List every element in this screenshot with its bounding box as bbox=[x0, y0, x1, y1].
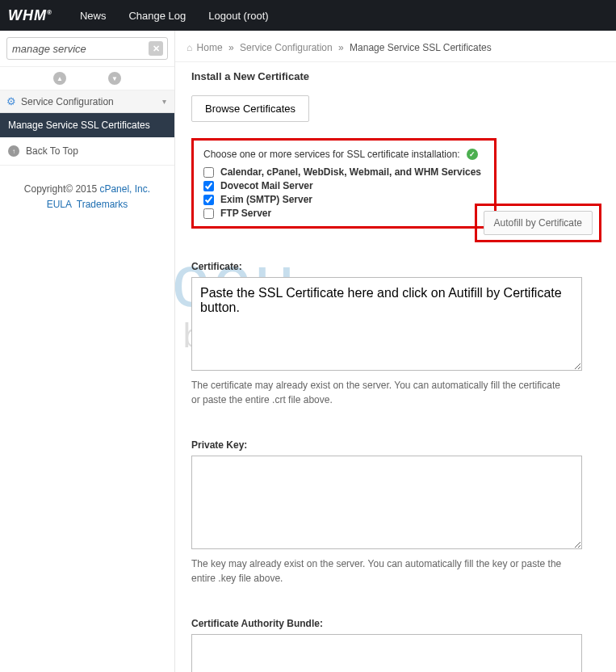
nav-changelog-link[interactable]: Change Log bbox=[128, 10, 186, 22]
search-clear-icon[interactable]: ✕ bbox=[149, 41, 163, 56]
back-to-top-link[interactable]: ↑ Back To Top bbox=[0, 137, 174, 166]
service-row-ftp: FTP Server bbox=[203, 208, 484, 219]
ca-bundle-textarea[interactable] bbox=[191, 634, 582, 672]
nav-logout-link[interactable]: Logout (root) bbox=[208, 10, 268, 22]
whm-logo: WHM® bbox=[8, 7, 52, 24]
nav-news-link[interactable]: News bbox=[80, 10, 107, 22]
arrow-up-icon: ↑ bbox=[8, 145, 19, 157]
browse-certificates-button[interactable]: Browse Certificates bbox=[191, 95, 309, 122]
search-input[interactable] bbox=[6, 37, 168, 60]
collapse-down-icon[interactable]: ▼ bbox=[108, 72, 121, 85]
certificate-label: Certificate: bbox=[191, 261, 600, 272]
ca-bundle-label: Certificate Authority Bundle: bbox=[191, 618, 600, 629]
breadcrumb-home[interactable]: Home bbox=[197, 42, 223, 53]
service-row-exim: Exim (SMTP) Server bbox=[203, 194, 484, 205]
breadcrumb: ⌂ Home » Service Configuration » Manage … bbox=[175, 31, 616, 62]
check-circle-icon: ✓ bbox=[467, 149, 478, 160]
service-label: Exim (SMTP) Server bbox=[220, 194, 312, 205]
service-row-calendar: Calendar, cPanel, WebDisk, Webmail, and … bbox=[203, 166, 484, 178]
autofill-highlight-box: Autofill by Certificate bbox=[475, 204, 601, 242]
sidebar: ✕ ▲ ▼ ⚙ Service Configuration ▾ Manage S… bbox=[0, 31, 175, 672]
private-key-label: Private Key: bbox=[191, 439, 600, 451]
sidebar-section-header[interactable]: ⚙ Service Configuration ▾ bbox=[0, 90, 174, 113]
breadcrumb-current: Manage Service SSL Certificates bbox=[350, 42, 492, 53]
page-title: Install a New Certificate bbox=[191, 70, 600, 82]
chevron-down-icon: ▾ bbox=[162, 97, 166, 106]
autofill-by-certificate-button[interactable]: Autofill by Certificate bbox=[484, 211, 593, 235]
home-icon: ⌂ bbox=[186, 42, 192, 53]
sidebar-item-manage-ssl[interactable]: Manage Service SSL Certificates bbox=[0, 113, 174, 137]
services-selection-box: Choose one or more services for SSL cert… bbox=[191, 138, 497, 229]
gear-icon: ⚙ bbox=[6, 95, 16, 107]
certificate-textarea[interactable] bbox=[191, 277, 582, 371]
service-row-dovecot: Dovecot Mail Server bbox=[203, 180, 484, 191]
breadcrumb-service-config[interactable]: Service Configuration bbox=[240, 42, 333, 53]
certificate-help-text: The certificate may already exist on the… bbox=[191, 378, 571, 407]
copyright-block: Copyright© 2015 cPanel, Inc. EULA Tradem… bbox=[0, 166, 174, 229]
private-key-textarea[interactable] bbox=[191, 456, 582, 549]
cpanel-link[interactable]: cPanel, Inc. bbox=[99, 183, 150, 195]
private-key-help-text: The key may already exist on the server.… bbox=[191, 556, 571, 586]
service-checkbox-calendar[interactable] bbox=[203, 167, 214, 178]
service-label: Calendar, cPanel, WebDisk, Webmail, and … bbox=[220, 166, 481, 178]
main-content: ⌂ Home » Service Configuration » Manage … bbox=[175, 31, 616, 672]
service-checkbox-ftp[interactable] bbox=[203, 208, 214, 219]
service-checkbox-exim[interactable] bbox=[203, 195, 214, 205]
collapse-up-icon[interactable]: ▲ bbox=[53, 72, 66, 85]
service-label: Dovecot Mail Server bbox=[220, 180, 313, 191]
sidebar-section-label: Service Configuration bbox=[21, 96, 114, 107]
eula-link[interactable]: EULA bbox=[47, 199, 72, 210]
trademarks-link[interactable]: Trademarks bbox=[77, 199, 128, 210]
service-label: FTP Server bbox=[220, 208, 271, 219]
top-nav: WHM® News Change Log Logout (root) bbox=[0, 0, 616, 31]
back-to-top-label: Back To Top bbox=[26, 145, 78, 157]
services-prompt-text: Choose one or more services for SSL cert… bbox=[203, 149, 460, 160]
service-checkbox-dovecot[interactable] bbox=[203, 181, 214, 191]
